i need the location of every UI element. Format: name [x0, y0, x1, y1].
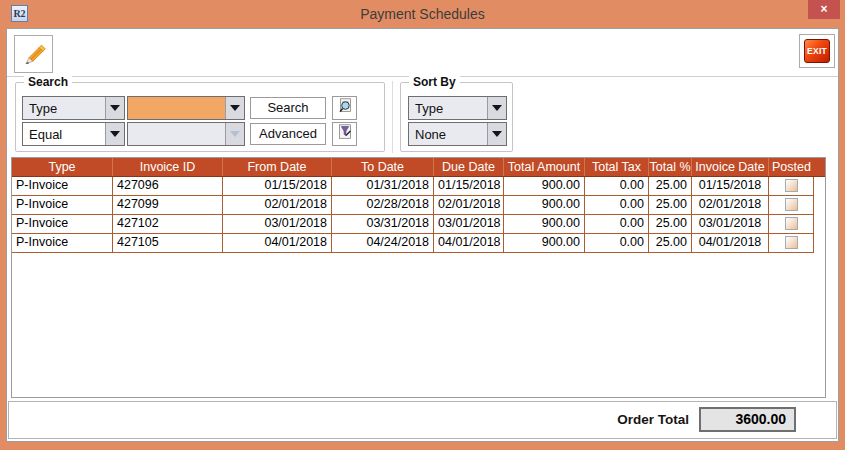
cell-total-tax: 0.00 — [585, 196, 649, 215]
cell-invoice-date: 01/15/2018 — [692, 177, 769, 196]
payment-schedule-grid: TypeInvoice IDFrom DateTo DateDue DateTo… — [11, 157, 826, 398]
order-total-label: Order Total — [617, 412, 689, 427]
cell-due-date: 02/01/2018 — [434, 196, 504, 215]
close-button[interactable]: × — [808, 0, 840, 19]
cell-invoice-date: 02/01/2018 — [692, 196, 769, 215]
column-header-to-date[interactable]: To Date — [332, 158, 434, 176]
cell-invoice-id: 427099 — [113, 196, 223, 215]
column-header-total-tax[interactable]: Total Tax — [585, 158, 649, 176]
cell-invoice-id: 427096 — [113, 177, 223, 196]
cell-total-amount: 900.00 — [504, 215, 585, 234]
cell-invoice-id: 427105 — [113, 234, 223, 253]
search-operator-combo[interactable]: Equal — [22, 122, 125, 146]
column-header-invoice-date[interactable]: Invoice Date — [692, 158, 769, 176]
cell-to-date: 03/31/2018 — [332, 215, 434, 234]
cell-total-tax: 0.00 — [585, 234, 649, 253]
table-row[interactable]: P-Invoice42710203/01/201803/31/201803/01… — [12, 215, 825, 234]
chevron-down-icon[interactable] — [105, 97, 124, 119]
column-header-total[interactable]: Total % — [649, 158, 692, 176]
cell-from-date: 02/01/2018 — [223, 196, 332, 215]
grid-body: P-Invoice42709601/15/201801/31/201801/15… — [12, 177, 825, 253]
search-button[interactable]: Search — [250, 97, 326, 119]
chevron-down-icon[interactable] — [225, 97, 244, 119]
close-icon: × — [820, 2, 827, 16]
cell-total: 25.00 — [649, 215, 692, 234]
row-filler — [814, 215, 825, 234]
column-header-posted[interactable]: Posted — [769, 158, 814, 176]
cell-due-date: 03/01/2018 — [434, 215, 504, 234]
cell-to-date: 04/24/2018 — [332, 234, 434, 253]
table-row[interactable]: P-Invoice42709902/01/201802/28/201802/01… — [12, 196, 825, 215]
cell-posted — [769, 196, 814, 215]
sort-secondary-combo[interactable]: None — [408, 122, 507, 146]
sort-primary-combo[interactable]: Type — [408, 96, 507, 120]
cell-to-date: 01/31/2018 — [332, 177, 434, 196]
window-title: Payment Schedules — [0, 6, 845, 22]
sort-by-legend: Sort By — [409, 75, 460, 89]
search-value-text — [128, 97, 225, 119]
chevron-down-icon — [225, 123, 244, 145]
search-panel: Search Type Search — [15, 82, 385, 152]
cell-from-date: 04/01/2018 — [223, 234, 332, 253]
cell-total-tax: 0.00 — [585, 177, 649, 196]
table-row[interactable]: P-Invoice42710504/01/201804/24/201804/01… — [12, 234, 825, 253]
cell-total-amount: 900.00 — [504, 177, 585, 196]
table-row[interactable]: P-Invoice42709601/15/201801/31/201801/15… — [12, 177, 825, 196]
exit-button[interactable]: EXIT — [799, 34, 835, 68]
posted-checkbox[interactable] — [785, 198, 798, 211]
search-value2-text — [128, 123, 225, 145]
cell-total-tax: 0.00 — [585, 215, 649, 234]
chevron-down-icon[interactable] — [105, 123, 124, 145]
chevron-down-icon[interactable] — [487, 97, 506, 119]
advanced-button[interactable]: Advanced — [250, 123, 326, 145]
cell-type: P-Invoice — [12, 177, 113, 196]
order-total-field: 3600.00 — [699, 407, 796, 432]
column-header-type[interactable]: Type — [12, 158, 113, 176]
search-operator-value: Equal — [23, 123, 105, 145]
client-area: EXIT Search Type Search — [6, 28, 839, 442]
cell-total-amount: 900.00 — [504, 234, 585, 253]
cell-invoice-id: 427102 — [113, 215, 223, 234]
cell-total: 25.00 — [649, 196, 692, 215]
cell-posted — [769, 215, 814, 234]
exit-icon: EXIT — [804, 39, 830, 63]
search-magnifier-button[interactable] — [332, 96, 357, 120]
edit-button[interactable] — [14, 35, 53, 73]
sort-by-panel: Sort By Type None — [400, 82, 513, 152]
posted-checkbox[interactable] — [785, 179, 798, 192]
advanced-search-icon-button[interactable] — [332, 122, 357, 146]
row-filler — [814, 196, 825, 215]
posted-checkbox[interactable] — [785, 236, 798, 249]
chevron-down-icon[interactable] — [487, 123, 506, 145]
search-panel-legend: Search — [24, 75, 72, 89]
row-filler — [814, 234, 825, 253]
magnifier-page-icon — [336, 97, 354, 119]
posted-checkbox[interactable] — [785, 217, 798, 230]
cell-invoice-date: 03/01/2018 — [692, 215, 769, 234]
column-header-total-amount[interactable]: Total Amount — [504, 158, 585, 176]
cell-due-date: 01/15/2018 — [434, 177, 504, 196]
column-header-due-date[interactable]: Due Date — [434, 158, 504, 176]
cell-posted — [769, 234, 814, 253]
cell-total: 25.00 — [649, 234, 692, 253]
cell-from-date: 01/15/2018 — [223, 177, 332, 196]
column-header-from-date[interactable]: From Date — [223, 158, 332, 176]
search-field-combo[interactable]: Type — [22, 96, 125, 120]
footer-panel: Order Total 3600.00 — [8, 401, 837, 439]
search-value-combo[interactable] — [127, 96, 245, 120]
cell-posted — [769, 177, 814, 196]
cell-type: P-Invoice — [12, 215, 113, 234]
column-header-filler — [814, 158, 825, 176]
search-field-value: Type — [23, 97, 105, 119]
cell-to-date: 02/28/2018 — [332, 196, 434, 215]
column-header-invoice-id[interactable]: Invoice ID — [113, 158, 223, 176]
cell-total-amount: 900.00 — [504, 196, 585, 215]
row-filler — [814, 177, 825, 196]
cell-total: 25.00 — [649, 177, 692, 196]
panel-separator — [392, 81, 393, 153]
cell-type: P-Invoice — [12, 234, 113, 253]
cell-type: P-Invoice — [12, 196, 113, 215]
cell-invoice-date: 04/01/2018 — [692, 234, 769, 253]
pencil-icon — [19, 37, 49, 71]
advanced-filter-icon — [336, 123, 354, 145]
